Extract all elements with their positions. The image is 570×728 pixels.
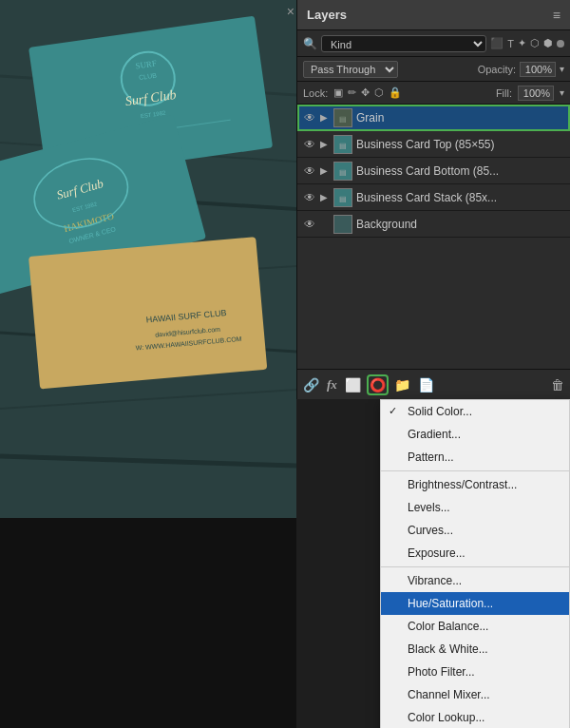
layer-biz-bottom-expand[interactable]: ▶	[320, 165, 330, 176]
menu-color-balance[interactable]: Color Balance...	[381, 615, 569, 638]
menu-solid-color[interactable]: Solid Color...	[381, 400, 569, 423]
filter-icons: ⬛ T ✦ ⬡ ⬢	[490, 37, 564, 49]
menu-sep-2	[381, 566, 569, 567]
search-icon: 🔍	[303, 37, 317, 50]
layer-background-name: Background	[356, 218, 564, 231]
layer-background-thumb	[333, 215, 352, 234]
layer-grain[interactable]: 👁 ▶ ▤ Grain	[297, 105, 570, 131]
panel-title: Layers	[307, 8, 347, 22]
delete-layer-icon[interactable]: 🗑	[551, 377, 564, 393]
fill-arrow[interactable]: ▾	[560, 87, 564, 98]
lock-pixels-icon[interactable]: ✏	[348, 86, 356, 99]
menu-vibrance[interactable]: Vibrance...	[381, 569, 569, 592]
blend-mode-row: Pass Through Opacity: ▾	[297, 57, 570, 82]
layers-list: 👁 ▶ ▤ Grain 👁 ▶ ▤ Business Card Top (85×…	[297, 105, 570, 369]
lock-icons: ▣ ✏ ✥ ⬡ 🔒	[333, 86, 402, 99]
opacity-arrow[interactable]: ▾	[560, 64, 564, 74]
fx-icon[interactable]: fx	[327, 377, 337, 393]
link-layers-icon[interactable]: 🔗	[303, 377, 319, 393]
shape-filter-icon[interactable]: ✦	[518, 37, 526, 49]
filter-toggle-dot[interactable]	[557, 40, 564, 48]
opacity-label: Opacity:	[478, 64, 516, 75]
menu-curves[interactable]: Curves...	[381, 519, 569, 542]
layer-grain-visibility[interactable]: 👁	[303, 111, 316, 125]
layer-biz-top-visibility[interactable]: 👁	[303, 138, 316, 151]
lock-all-icon[interactable]: 🔒	[389, 86, 402, 99]
menu-levels[interactable]: Levels...	[381, 496, 569, 519]
menu-gradient[interactable]: Gradient...	[381, 423, 569, 446]
menu-color-lookup[interactable]: Color Lookup...	[381, 706, 569, 728]
lock-position-icon[interactable]: ✥	[361, 86, 370, 99]
lock-transparent-icon[interactable]: ▣	[333, 86, 343, 99]
mask-icon[interactable]: ⬜	[345, 377, 361, 393]
layer-biz-stack[interactable]: 👁 ▶ ▤ Business Card Stack (85x...	[297, 184, 570, 211]
layer-grain-name: Grain	[356, 111, 564, 125]
menu-black-white[interactable]: Black & White...	[381, 638, 569, 661]
panel-menu-icon[interactable]: ≡	[553, 8, 560, 23]
layer-biz-stack-name: Business Card Stack (85x...	[356, 191, 564, 204]
new-layer-icon[interactable]: 📄	[418, 377, 434, 393]
layer-biz-bottom-thumb: ▤	[333, 162, 352, 181]
menu-exposure[interactable]: Exposure...	[381, 542, 569, 565]
opacity-input[interactable]	[520, 62, 556, 77]
svg-rect-35	[334, 216, 352, 233]
lock-label: Lock:	[303, 87, 328, 99]
menu-hue-saturation[interactable]: Hue/Saturation...	[381, 592, 569, 615]
layers-panel: Layers ≡ 🔍 Kind ⬛ T ✦ ⬡ ⬢ Pass Through O…	[296, 0, 570, 399]
layer-biz-stack-expand[interactable]: ▶	[320, 192, 330, 202]
layer-biz-top-expand[interactable]: ▶	[320, 139, 330, 149]
layer-grain-expand[interactable]: ▶	[320, 112, 330, 123]
layer-biz-top[interactable]: 👁 ▶ ▤ Business Card Top (85×55)	[297, 131, 570, 158]
menu-sep-1	[381, 470, 569, 471]
svg-text:▤: ▤	[339, 142, 347, 150]
smart-filter-icon[interactable]: ⬢	[543, 37, 553, 49]
layer-biz-bottom-name: Business Card Bottom (85...	[356, 164, 564, 178]
image-filter-icon[interactable]: ⬛	[490, 37, 504, 49]
layer-background-visibility[interactable]: 👁	[303, 218, 316, 231]
svg-rect-26	[0, 518, 296, 728]
layer-biz-bottom[interactable]: 👁 ▶ ▤ Business Card Bottom (85...	[297, 158, 570, 184]
layer-biz-bottom-visibility[interactable]: 👁	[303, 164, 316, 178]
canvas-area: SURF CLUB Surf Club EST 1982 Surf Club E…	[0, 0, 296, 728]
svg-rect-21	[28, 237, 267, 389]
layer-biz-stack-thumb: ▤	[333, 188, 352, 207]
layer-grain-thumb: ▤	[333, 108, 352, 127]
close-button[interactable]: ×	[287, 4, 294, 19]
menu-brightness-contrast[interactable]: Brightness/Contrast...	[381, 473, 569, 496]
adjustment-dropdown: Solid Color... Gradient... Pattern... Br…	[380, 399, 570, 728]
search-bar: 🔍 Kind ⬛ T ✦ ⬡ ⬢	[297, 30, 570, 57]
layer-biz-top-thumb: ▤	[333, 135, 352, 154]
layer-background[interactable]: 👁 ▶ Background	[297, 211, 570, 238]
layer-background-expand: ▶	[320, 219, 330, 229]
panel-header: Layers ≡	[297, 0, 570, 30]
blend-mode-select[interactable]: Pass Through	[303, 61, 398, 78]
layer-biz-top-name: Business Card Top (85×55)	[356, 138, 564, 151]
fill-input[interactable]	[518, 86, 554, 101]
folder-icon[interactable]: 📁	[394, 377, 410, 393]
menu-photo-filter[interactable]: Photo Filter...	[381, 661, 569, 683]
fill-label: Fill:	[496, 87, 512, 99]
menu-channel-mixer[interactable]: Channel Mixer...	[381, 683, 569, 706]
adjustment-filter-icon[interactable]: ⬡	[530, 37, 540, 49]
svg-text:▤: ▤	[339, 168, 347, 177]
svg-text:▤: ▤	[339, 195, 347, 203]
menu-pattern[interactable]: Pattern...	[381, 446, 569, 469]
svg-text:▤: ▤	[339, 115, 347, 124]
lock-artboards-icon[interactable]: ⬡	[374, 86, 384, 99]
panel-footer: 🔗 fx ⬜ ⭕ 📁 📄 🗑	[297, 369, 570, 399]
kind-select[interactable]: Kind	[321, 35, 486, 52]
lock-row: Lock: ▣ ✏ ✥ ⬡ 🔒 Fill: ▾	[297, 82, 570, 105]
adjustment-layer-icon[interactable]: ⭕	[369, 376, 387, 393]
text-filter-icon[interactable]: T	[507, 38, 514, 49]
layer-biz-stack-visibility[interactable]: 👁	[303, 191, 316, 204]
